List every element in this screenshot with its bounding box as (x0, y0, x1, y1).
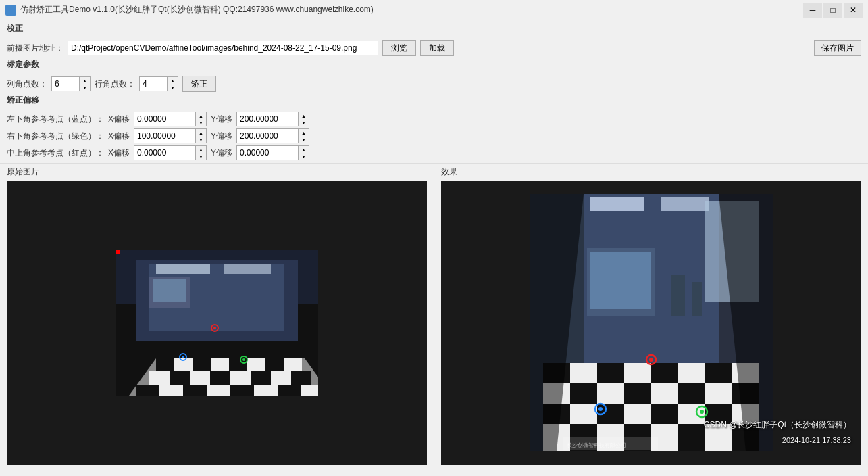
svg-rect-22 (271, 371, 291, 385)
svg-rect-40 (153, 279, 186, 302)
svg-rect-21 (251, 371, 271, 385)
bl-x-input[interactable] (134, 112, 195, 126)
col-spinbox[interactable]: ▲ ▼ (51, 76, 91, 91)
col-down-arrow[interactable]: ▼ (80, 84, 90, 91)
title-bar: 仿射矫正工具Demo v1.1.0(长沙红胖子Qt(长沙创微智科) QQ:214… (0, 0, 868, 20)
svg-rect-16 (149, 371, 170, 385)
br-x-up[interactable]: ▲ (196, 129, 206, 136)
load-button[interactable]: 加载 (420, 40, 454, 56)
tc-y-spinbox[interactable]: ▲ ▼ (236, 145, 309, 160)
row-spinbox[interactable]: ▲ ▼ (139, 76, 178, 91)
bl-x-arrows: ▲ ▼ (195, 112, 206, 126)
effect-label: 效果 (441, 166, 861, 178)
br-y-up[interactable]: ▲ (299, 129, 309, 136)
tc-x-up[interactable]: ▲ (196, 146, 206, 153)
svg-rect-64 (678, 383, 705, 404)
row-down-arrow[interactable]: ▼ (168, 84, 178, 91)
bl-y-up[interactable]: ▲ (299, 112, 309, 119)
tc-y-input[interactable] (237, 146, 298, 160)
svg-rect-62 (624, 383, 651, 404)
row-input[interactable] (140, 77, 167, 91)
svg-rect-11 (211, 358, 229, 371)
save-button[interactable]: 保存图片 (814, 40, 861, 56)
svg-rect-17 (170, 371, 190, 385)
rectify-button[interactable]: 矫正 (182, 76, 216, 92)
svg-rect-26 (183, 385, 207, 396)
top-center-label: 中上角参考考点（红点）： (7, 147, 104, 159)
svg-rect-19 (210, 371, 230, 385)
tc-x-down[interactable]: ▼ (196, 153, 206, 160)
svg-rect-54 (624, 363, 651, 383)
col-input[interactable] (52, 77, 79, 91)
svg-rect-55 (651, 363, 678, 383)
original-image-panel: 原始图片 (7, 166, 427, 465)
minimize-button[interactable]: ─ (803, 3, 822, 18)
svg-rect-10 (193, 358, 211, 371)
svg-rect-57 (705, 363, 732, 383)
original-image-svg (116, 250, 318, 396)
calibrate-label: 校正 (7, 23, 23, 34)
tc-x-input[interactable] (134, 146, 195, 160)
svg-rect-13 (247, 358, 265, 371)
svg-rect-46 (590, 197, 644, 211)
tc-y-label: Y偏移 (211, 147, 232, 159)
svg-rect-27 (207, 385, 230, 396)
bl-y-input[interactable] (237, 112, 298, 126)
svg-rect-30 (278, 385, 301, 396)
svg-rect-65 (705, 383, 732, 404)
svg-rect-80 (678, 424, 705, 451)
bl-y-spinbox[interactable]: ▲ ▼ (236, 112, 309, 126)
original-canvas (7, 181, 427, 465)
col-spinbox-arrows: ▲ ▼ (79, 77, 90, 91)
svg-rect-24 (136, 385, 159, 396)
file-path-input[interactable] (68, 41, 378, 55)
bl-y-down[interactable]: ▼ (299, 119, 309, 126)
svg-rect-47 (661, 197, 709, 211)
offsets-header-row: 矫正偏移 (7, 95, 861, 109)
browse-button[interactable]: 浏览 (382, 40, 416, 56)
row-up-arrow[interactable]: ▲ (168, 77, 178, 84)
svg-rect-14 (265, 358, 284, 371)
bl-x-spinbox[interactable]: ▲ ▼ (134, 112, 207, 126)
bl-y-arrows: ▲ ▼ (298, 112, 309, 126)
svg-rect-4 (156, 264, 210, 274)
svg-point-33 (182, 356, 184, 358)
br-x-label: X偏移 (108, 130, 130, 142)
svg-rect-8 (156, 358, 174, 371)
bl-x-down[interactable]: ▼ (196, 119, 206, 126)
br-y-down[interactable]: ▼ (299, 136, 309, 143)
svg-point-84 (598, 407, 603, 411)
tc-x-arrows: ▲ ▼ (195, 146, 206, 160)
calibrate-row: 校正 (7, 23, 861, 37)
svg-rect-52 (570, 363, 597, 383)
vertical-divider (434, 166, 434, 465)
svg-point-35 (242, 358, 245, 361)
row-label: 行角点数： (95, 78, 135, 90)
tc-y-up[interactable]: ▲ (299, 146, 309, 153)
close-button[interactable]: ✕ (844, 3, 863, 18)
title-bar-left: 仿射矫正工具Demo v1.1.0(长沙红胖子Qt(长沙创微智科) QQ:214… (5, 4, 374, 16)
col-label: 列角点数： (7, 78, 47, 90)
offsets-label: 矫正偏移 (7, 95, 39, 106)
effect-image-svg: 长沙创微智科技有限公司 (530, 194, 773, 451)
br-x-input[interactable] (134, 129, 195, 143)
bl-x-up[interactable]: ▲ (196, 112, 206, 119)
tc-y-down[interactable]: ▼ (299, 153, 309, 160)
params-row: 列角点数： ▲ ▼ 行角点数： ▲ ▼ 矫正 (7, 76, 861, 92)
br-y-input[interactable] (237, 129, 298, 143)
svg-rect-60 (570, 383, 597, 404)
top-center-row: 中上角参考考点（红点）： X偏移 ▲ ▼ Y偏移 ▲ ▼ (7, 145, 861, 160)
col-up-arrow[interactable]: ▲ (80, 77, 90, 84)
svg-rect-56 (678, 363, 705, 383)
svg-rect-20 (230, 371, 251, 385)
tc-x-spinbox[interactable]: ▲ ▼ (134, 145, 207, 160)
svg-rect-5 (224, 264, 271, 274)
br-y-arrows: ▲ ▼ (298, 129, 309, 143)
br-y-spinbox[interactable]: ▲ ▼ (236, 128, 309, 143)
bl-x-label: X偏移 (108, 114, 130, 125)
svg-rect-38 (116, 250, 120, 254)
br-x-spinbox[interactable]: ▲ ▼ (134, 128, 207, 143)
maximize-button[interactable]: □ (823, 3, 842, 18)
br-x-down[interactable]: ▼ (196, 136, 206, 143)
bottom-right-label: 右下角参考考点（绿色）： (7, 130, 104, 142)
